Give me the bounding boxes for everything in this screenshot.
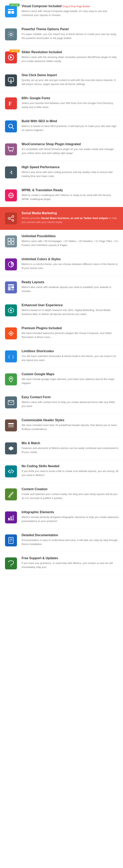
- feature-desc-unlimited-colors: Metrics is a colorful theme, you can cho…: [22, 262, 119, 270]
- svg-rect-26: [11, 288, 14, 290]
- feature-desc-support: If you have any questions, or need help …: [22, 561, 119, 569]
- feature-item-performance: High Speed PerformanceMetrics was done w…: [0, 161, 123, 184]
- feature-desc-woocommerce: It's compatible with WooCommerce plugin …: [22, 147, 119, 155]
- feature-content-wpml: WPML & Translation ReadyWant to create a…: [22, 188, 119, 201]
- feature-icon-ready-layouts: [4, 280, 18, 294]
- feature-title-shortcodes: Limitless Shortcodes: [22, 349, 119, 353]
- feature-icon-social-media: [4, 211, 18, 225]
- svg-rect-39: [10, 516, 12, 520]
- feature-badge-visual-composer: Save $34: [9, 4, 19, 6]
- feature-content-shortcodes: Limitless ShortcodesYou will have unlimi…: [22, 349, 119, 362]
- feature-item-slider-revolution: Save $19Slider Revolution IncludedMetric…: [0, 46, 123, 69]
- feature-content-seo: Build With SEO in MindMetrics is based o…: [22, 119, 119, 132]
- feature-content-unlimited-possibilities: Unlimited PossibilitiesMetrics came with…: [22, 235, 119, 247]
- svg-rect-2: [11, 11, 14, 13]
- feature-content-slider-revolution: Slider Revolution IncludedMetrics came w…: [22, 51, 119, 63]
- feature-icon-mix-match: [4, 441, 18, 456]
- feature-icon-google-fonts: F: [4, 96, 18, 111]
- feature-item-documentation: Detailed DocumentationDocumentation is e…: [0, 529, 123, 552]
- feature-desc-shortcodes: You will have unlimited shortcodes & blo…: [22, 354, 119, 362]
- feature-content-one-click-demo: One Click Demo ImportQuickly set up your…: [22, 73, 119, 86]
- feature-item-google-maps: Custom Google MapsWe have include google…: [0, 368, 123, 391]
- feature-icon-theme-options: [4, 27, 18, 41]
- feature-item-social-media: Social Media MarketingMetrics provides S…: [0, 207, 123, 230]
- feature-icon-google-maps: [4, 372, 18, 386]
- svg-rect-24: [8, 286, 11, 290]
- feature-content-ready-layouts: Ready LayoutsMetrics also came with what…: [22, 280, 119, 293]
- feature-icon-unlimited-possibilities: [4, 235, 18, 248]
- svg-line-17: [10, 217, 12, 218]
- feature-item-seo: Build With SEO in MindMetrics is based o…: [0, 115, 123, 138]
- feature-item-header-styles: Customizable Header StylesWe have includ…: [0, 414, 123, 437]
- svg-rect-38: [8, 518, 10, 520]
- feature-item-theme-options: Powerful Theme Options PanelIt's super s…: [0, 23, 123, 46]
- feature-desc-unlimited-possibilities: Metrics came with +30 homepages, +15 Sli…: [22, 239, 119, 247]
- feature-desc-content-creation: Create and optimize your content easily,…: [22, 492, 119, 500]
- feature-item-easy-contact: Easy Contact FormMetrics came with conta…: [0, 391, 123, 414]
- feature-title-woocommerce: WooCommerce Shop Plugin Integrated: [22, 143, 119, 146]
- feature-title-documentation: Detailed Documentation: [22, 533, 119, 537]
- feature-item-visual-composer: Save $34Visual Composer Included Drag & …: [0, 0, 123, 23]
- svg-rect-1: [8, 11, 11, 13]
- feature-desc-header-styles: We have included more than 20 predefined…: [22, 423, 119, 431]
- svg-point-16: [12, 219, 14, 221]
- feature-icon-documentation: [4, 533, 18, 548]
- feature-icon-easy-contact: [4, 395, 18, 409]
- feature-icon-unlimited-colors: [4, 257, 18, 271]
- feature-icon-enhanced-ux: [4, 303, 18, 317]
- feature-title-seo: Build With SEO in Mind: [22, 119, 119, 123]
- feature-icon-seo: [4, 119, 18, 133]
- feature-title-easy-contact: Easy Contact Form: [22, 395, 119, 399]
- feature-item-support: Free Support & UpdatesIf you have any qu…: [0, 552, 123, 575]
- feature-title-enhanced-ux: Enhanced User Experience: [22, 303, 119, 307]
- feature-content-visual-composer: Visual Composer Included Drag & Drop Pag…: [22, 4, 119, 17]
- feature-desc-seo: Metrics is based on best SEO practices, …: [22, 124, 119, 132]
- feature-badge-slider-revolution: Save $19: [9, 50, 19, 53]
- feature-content-content-creation: Content CreationCreate and optimize your…: [22, 487, 119, 500]
- features-list: Save $34Visual Composer Included Drag & …: [0, 0, 123, 575]
- feature-content-theme-options: Powerful Theme Options PanelIt's super s…: [22, 27, 119, 40]
- feature-desc-wpml: Want to create a multilingual site? Metr…: [22, 193, 119, 201]
- feature-content-support: Free Support & UpdatesIf you have any qu…: [22, 556, 119, 569]
- feature-title-google-fonts: 600+ Google Fonts: [22, 96, 119, 100]
- feature-content-easy-contact: Easy Contact FormMetrics came with conta…: [22, 395, 119, 408]
- feature-item-google-fonts: F600+ Google FontsSelect your favorite f…: [0, 92, 123, 115]
- feature-icon-support: [4, 556, 18, 570]
- feature-item-unlimited-colors: Unlimited Colors & StylesMetrics is a co…: [0, 253, 123, 276]
- feature-title-support: Free Support & Updates: [22, 556, 119, 560]
- svg-point-3: [10, 33, 12, 35]
- feature-title-premium-plugins: Premium Plugins Included: [22, 327, 119, 330]
- feature-item-content-creation: Content CreationCreate and optimize your…: [0, 483, 123, 506]
- feature-item-premium-plugins: Premium Plugins IncludedWe have included…: [0, 322, 123, 345]
- feature-title-slider-revolution: Slider Revolution Included: [22, 51, 119, 54]
- svg-text:F: F: [9, 101, 12, 106]
- svg-rect-21: [8, 242, 10, 244]
- svg-point-28: [10, 333, 12, 334]
- feature-item-wpml: WPML & Translation ReadyWant to create a…: [0, 184, 123, 207]
- feature-content-google-fonts: 600+ Google FontsSelect your favorite fo…: [22, 96, 119, 109]
- feature-icon-no-coding: [4, 464, 18, 478]
- feature-desc-documentation: Documentation is easy to understand and …: [22, 538, 119, 546]
- feature-title-content-creation: Content Creation: [22, 487, 119, 491]
- feature-title-theme-options: Powerful Theme Options Panel: [22, 27, 119, 31]
- feature-icon-visual-composer: Save $34: [4, 4, 18, 19]
- feature-desc-easy-contact: Metrics came with contact form to help y…: [22, 400, 119, 408]
- feature-item-unlimited-possibilities: Unlimited PossibilitiesMetrics came with…: [0, 230, 123, 253]
- feature-icon-header-styles: [4, 418, 18, 432]
- svg-line-8: [12, 127, 14, 129]
- feature-desc-ready-layouts: Metrics also came with whatever layouts …: [22, 285, 119, 293]
- feature-item-no-coding: No Coding Skills NeededIf you think you …: [0, 460, 123, 483]
- feature-title-unlimited-possibilities: Unlimited Possibilities: [22, 235, 119, 238]
- feature-title-wpml: WPML & Translation Ready: [22, 188, 119, 192]
- feature-icon-premium-plugins: [4, 327, 18, 340]
- feature-title-google-maps: Custom Google Maps: [22, 372, 119, 376]
- feature-desc-google-maps: We have include google maps element, jus…: [22, 377, 119, 385]
- feature-desc-performance: Metrics was done with best coding practi…: [22, 170, 119, 178]
- feature-icon-content-creation: [4, 487, 18, 501]
- feature-item-enhanced-ux: Enhanced User ExperienceMetrics based on…: [0, 299, 123, 322]
- svg-point-9: [10, 151, 10, 152]
- feature-content-no-coding: No Coding Skills NeededIf you think you …: [22, 464, 119, 477]
- svg-point-30: [10, 378, 12, 379]
- svg-rect-32: [8, 423, 14, 425]
- feature-icon-wpml: [4, 188, 18, 203]
